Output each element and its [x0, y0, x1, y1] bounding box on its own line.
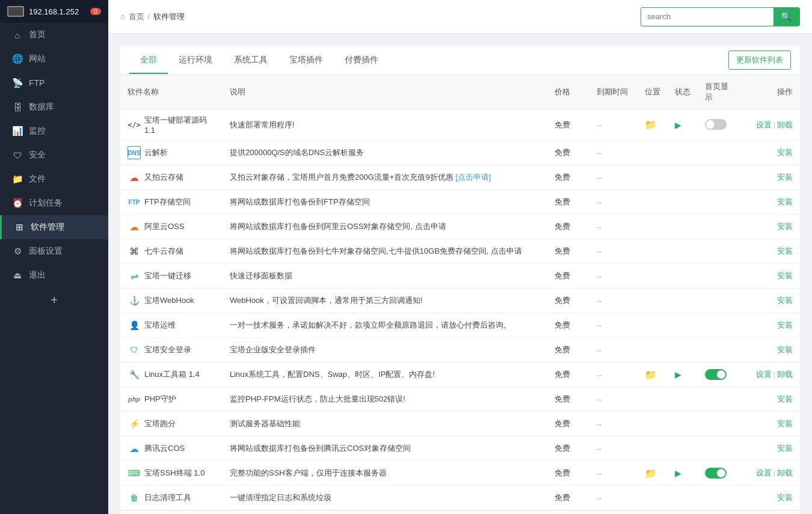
- table-row: 👤 宝塔运维 一对一技术服务，承诺如解决不好，款项立即全额原路退回，请放心付费后…: [120, 313, 800, 338]
- home-display-toggle[interactable]: [705, 119, 727, 130]
- play-status-icon[interactable]: ▶: [675, 120, 681, 130]
- action-uninstall-link[interactable]: 卸载: [777, 468, 793, 477]
- sw-expire-cell: --: [589, 289, 638, 313]
- action-install-link[interactable]: 安装: [777, 493, 793, 502]
- folder-location-icon[interactable]: 📁: [645, 120, 657, 130]
- sw-action-cell: 设置|卸载: [740, 363, 800, 387]
- sw-expire-cell: --: [589, 264, 638, 289]
- sidebar-item-task[interactable]: ⏰ 计划任务: [0, 191, 108, 215]
- sw-price-cell: 免费: [547, 313, 589, 338]
- table-row: php PHP守护 监控PHP-FPM运行状态，防止大批量出现502错误! 免费…: [120, 387, 800, 412]
- table-row: ⚓ 宝塔WebHook WebHook，可设置回调脚本，通常用于第三方回调通知!…: [120, 289, 800, 313]
- sw-home-cell: [698, 387, 740, 412]
- sw-status-cell: [668, 338, 698, 363]
- search-button[interactable]: 🔍: [774, 8, 799, 26]
- breadcrumb-home-icon: ⌂: [120, 12, 125, 21]
- tab-runtime[interactable]: 运行环境: [168, 47, 223, 74]
- sw-icon: 🔧: [128, 368, 141, 381]
- sw-name-text: 七牛云存储: [144, 246, 183, 257]
- sw-expire-cell: --: [589, 109, 638, 141]
- sw-expire-cell: --: [589, 486, 638, 510]
- add-button[interactable]: +: [0, 287, 108, 313]
- server-ip: 192.168.1.252: [29, 7, 79, 16]
- sw-icon: DNS: [128, 146, 141, 159]
- action-install-link[interactable]: 安装: [777, 197, 793, 206]
- action-uninstall-link[interactable]: 卸载: [777, 370, 793, 379]
- sw-price-cell: 免费: [547, 239, 589, 264]
- sw-icon: php: [128, 393, 141, 406]
- sw-home-cell: [698, 313, 740, 338]
- action-install-link[interactable]: 安装: [777, 345, 793, 354]
- sidebar-item-security[interactable]: 🛡 安全: [0, 143, 108, 167]
- action-install-link[interactable]: 安装: [777, 173, 793, 182]
- action-install-link[interactable]: 安装: [777, 444, 793, 453]
- th-status: 状态: [668, 75, 698, 109]
- play-status-icon[interactable]: ▶: [675, 370, 681, 379]
- tab-plugin[interactable]: 宝塔插件: [278, 47, 334, 74]
- action-install-link[interactable]: 安装: [777, 296, 793, 305]
- action-settings-link[interactable]: 设置: [756, 120, 772, 129]
- sw-status-cell: [668, 264, 698, 289]
- action-settings-link[interactable]: 设置: [756, 468, 772, 477]
- sw-expire-cell: --: [589, 363, 638, 387]
- home-display-toggle[interactable]: [705, 468, 727, 479]
- th-desc: 说明: [223, 75, 547, 109]
- sidebar-item-monitor[interactable]: 📊 监控: [0, 119, 108, 143]
- sidebar-header: 192.168.1.252 0: [0, 0, 108, 23]
- sw-desc-cell: 快速迁移面板数据: [223, 264, 547, 289]
- action-install-link[interactable]: 安装: [777, 320, 793, 329]
- sw-home-cell: [698, 190, 740, 215]
- sw-location-cell: [638, 289, 668, 313]
- sw-expire-cell: --: [589, 313, 638, 338]
- globe-icon: 🌐: [12, 54, 23, 64]
- action-uninstall-link[interactable]: 卸载: [777, 120, 793, 129]
- gear-icon: ⚙: [12, 246, 23, 257]
- update-list-button[interactable]: 更新软件列表: [728, 50, 791, 70]
- action-install-link[interactable]: 安装: [777, 222, 793, 231]
- sw-location-cell: [638, 412, 668, 436]
- sw-home-cell: [698, 363, 740, 387]
- sw-price-cell: 免费: [547, 165, 589, 190]
- sw-icon: ☁: [128, 220, 141, 233]
- sidebar-item-database[interactable]: 🗄 数据库: [0, 95, 108, 119]
- action-install-link[interactable]: 安装: [777, 148, 793, 157]
- sidebar-item-file[interactable]: 📁 文件: [0, 167, 108, 191]
- sidebar-item-logout[interactable]: ⏏ 退出: [0, 263, 108, 287]
- tab-paid[interactable]: 付费插件: [334, 47, 389, 74]
- sidebar-item-panel[interactable]: ⚙ 面板设置: [0, 239, 108, 263]
- sw-price-cell: 免费: [547, 109, 589, 141]
- sw-name-cell: ⚡ 宝塔跑分: [120, 412, 223, 436]
- notification-badge: 0: [90, 8, 101, 15]
- sw-desc-cell: WebHook，可设置回调脚本，通常用于第三方回调通知!: [223, 289, 547, 313]
- breadcrumb-home-link[interactable]: 首页: [129, 11, 144, 22]
- action-install-link[interactable]: 安装: [777, 246, 793, 255]
- sw-home-cell: [698, 412, 740, 436]
- home-display-toggle[interactable]: [705, 369, 727, 380]
- sidebar-item-software-label: 软件管理: [31, 222, 64, 233]
- action-install-link[interactable]: 安装: [777, 394, 793, 403]
- folder-location-icon[interactable]: 📁: [645, 468, 657, 479]
- sw-location-cell: 📁: [638, 109, 668, 141]
- sw-price-cell: 免费: [547, 486, 589, 510]
- sidebar-item-software[interactable]: ⊞ 软件管理: [0, 215, 108, 239]
- action-settings-link[interactable]: 设置: [756, 370, 772, 379]
- sidebar-item-website[interactable]: 🌐 网站: [0, 47, 108, 71]
- tab-all[interactable]: 全部: [129, 47, 168, 74]
- sidebar-item-home[interactable]: ⌂ 首页: [0, 23, 108, 47]
- sw-name-cell: ⌘ 七牛云存储: [120, 239, 223, 264]
- search-input[interactable]: [641, 8, 774, 25]
- action-install-link[interactable]: 安装: [777, 271, 793, 280]
- sw-status-cell: [668, 387, 698, 412]
- play-status-icon[interactable]: ▶: [675, 468, 681, 478]
- database-icon: 🗄: [12, 102, 23, 112]
- tab-systool[interactable]: 系统工具: [223, 47, 278, 74]
- action-install-link[interactable]: 安装: [777, 419, 793, 428]
- sw-name-cell: ☁ 腾讯云COS: [120, 436, 223, 461]
- table-row: ⚡ 宝塔跑分 测试服务器基础性能 免费 -- 安装: [120, 412, 800, 436]
- sw-icon: ☁: [128, 442, 141, 455]
- folder-location-icon[interactable]: 📁: [645, 370, 657, 380]
- sw-price-cell: 免费: [547, 436, 589, 461]
- youpai-link[interactable]: [点击申请]: [455, 173, 491, 182]
- logout-icon: ⏏: [12, 270, 23, 281]
- sidebar-item-ftp[interactable]: 📡 FTP: [0, 71, 108, 95]
